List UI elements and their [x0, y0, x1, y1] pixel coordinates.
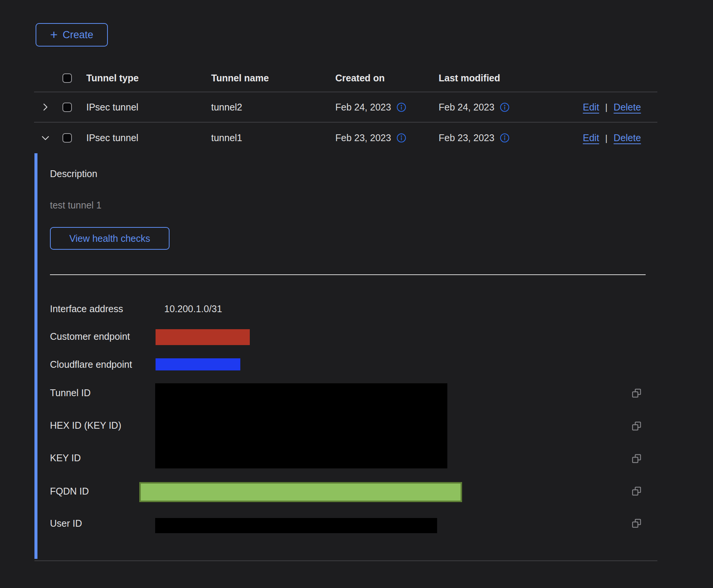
expand-row-button[interactable]	[40, 101, 51, 113]
created-on-cell: Feb 23, 2023	[335, 132, 391, 143]
info-icon[interactable]	[396, 102, 406, 112]
row-checkbox[interactable]	[62, 103, 72, 112]
create-button[interactable]: + Create	[36, 23, 108, 47]
chevron-down-icon	[40, 133, 50, 143]
copy-icon	[631, 420, 642, 432]
chevron-right-icon	[40, 102, 50, 112]
tunnels-page: { "colors": { "accent_blue": "#5e8ef2", …	[0, 0, 713, 588]
panel-bottom-border	[34, 560, 657, 561]
user-id-redaction	[155, 518, 437, 533]
description-value: test tunnel 1	[50, 200, 101, 211]
collapse-row-button[interactable]	[40, 132, 51, 144]
delete-link[interactable]: Delete	[613, 102, 641, 113]
table-row: IPsec tunnel tunnel1 Feb 23, 2023 Feb 23…	[34, 123, 657, 153]
cloudflare-endpoint-label: Cloudflare endpoint	[50, 358, 132, 370]
info-icon[interactable]	[500, 102, 510, 112]
key-id-label: KEY ID	[50, 452, 81, 464]
table-row: IPsec tunnel tunnel2 Feb 24, 2023 Feb 24…	[34, 92, 657, 123]
interface-address-value: 10.200.1.0/31	[164, 303, 222, 315]
last-modified-cell: Feb 24, 2023	[439, 102, 494, 113]
description-label: Description	[50, 168, 97, 179]
edit-link[interactable]: Edit	[583, 132, 599, 143]
tunnel-detail-panel: Description test tunnel 1 View health ch…	[34, 153, 657, 560]
copy-icon	[631, 485, 642, 497]
plus-icon: +	[50, 28, 58, 41]
column-header-tunnel-type: Tunnel type	[86, 73, 211, 84]
tunnel-name-cell: tunnel1	[211, 132, 335, 143]
copy-icon	[631, 387, 642, 399]
user-id-label: User ID	[50, 517, 82, 529]
row-checkbox[interactable]	[62, 133, 72, 143]
column-header-tunnel-name: Tunnel name	[211, 73, 335, 84]
delete-link[interactable]: Delete	[613, 132, 641, 143]
tunnel-name-cell: tunnel2	[211, 102, 335, 113]
fqdn-id-label: FQDN ID	[50, 485, 89, 497]
column-header-created-on: Created on	[335, 73, 439, 84]
interface-address-label: Interface address	[50, 303, 123, 315]
section-divider	[50, 274, 646, 275]
tunnel-id-redaction	[155, 383, 447, 468]
last-modified-cell: Feb 23, 2023	[439, 132, 494, 143]
copy-user-id-button[interactable]	[631, 518, 642, 529]
copy-icon	[631, 453, 642, 464]
fqdn-id-redaction	[139, 482, 462, 502]
copy-icon	[631, 518, 642, 529]
edit-link[interactable]: Edit	[583, 102, 599, 113]
link-separator: |	[605, 133, 607, 143]
tunnel-id-label: Tunnel ID	[50, 387, 90, 399]
info-icon[interactable]	[396, 133, 406, 143]
view-health-checks-button[interactable]: View health checks	[50, 227, 170, 250]
link-separator: |	[605, 102, 607, 112]
copy-fqdn-id-button[interactable]	[631, 485, 642, 497]
cloudflare-endpoint-redaction	[156, 358, 240, 370]
copy-tunnel-id-button[interactable]	[631, 387, 642, 399]
info-icon[interactable]	[500, 133, 510, 143]
create-button-label: Create	[62, 29, 93, 41]
customer-endpoint-redaction	[156, 329, 250, 345]
customer-endpoint-label: Customer endpoint	[50, 330, 130, 342]
hex-id-label: HEX ID (KEY ID)	[50, 419, 121, 431]
tunnel-type-cell: IPsec tunnel	[86, 102, 211, 113]
copy-hex-id-button[interactable]	[631, 420, 642, 432]
column-header-last-modified: Last modified	[439, 73, 583, 84]
tunnel-type-cell: IPsec tunnel	[86, 132, 211, 143]
table-header: Tunnel type Tunnel name Created on Last …	[34, 64, 657, 92]
copy-key-id-button[interactable]	[631, 453, 642, 464]
select-all-checkbox[interactable]	[62, 73, 72, 83]
created-on-cell: Feb 24, 2023	[335, 102, 391, 113]
